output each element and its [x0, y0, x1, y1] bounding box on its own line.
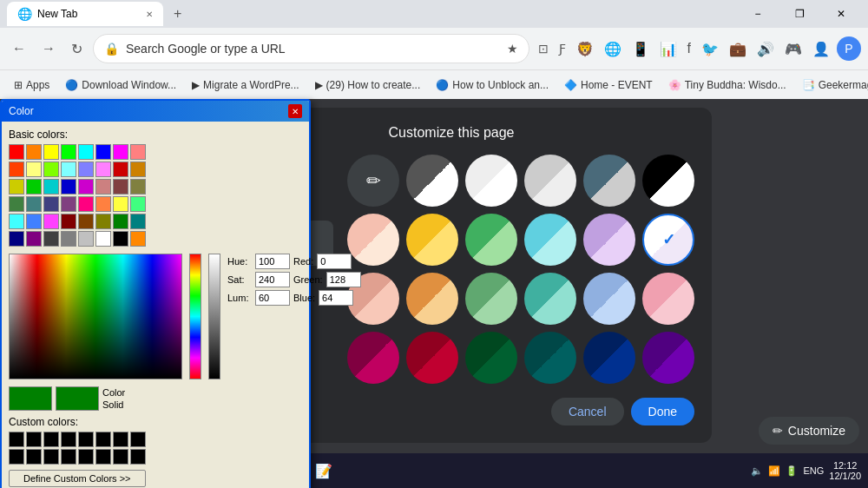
lum-input[interactable]: [255, 290, 290, 306]
color-theme-circle[interactable]: [465, 155, 517, 207]
basic-color-swatch[interactable]: [130, 144, 146, 160]
basic-color-swatch[interactable]: [9, 179, 24, 195]
taskbar-clock[interactable]: 12:12 12/1/20: [829, 460, 861, 481]
basic-color-swatch[interactable]: [43, 196, 59, 212]
define-custom-colors-button[interactable]: Define Custom Colors >>: [9, 470, 146, 487]
back-button[interactable]: ←: [7, 37, 31, 60]
basic-color-swatch[interactable]: [9, 231, 24, 247]
color-theme-circle[interactable]: [465, 214, 517, 266]
color-theme-circle[interactable]: [524, 332, 576, 384]
basic-color-swatch[interactable]: [78, 144, 94, 160]
basic-color-swatch[interactable]: [113, 144, 128, 160]
custom-color-swatch[interactable]: [113, 449, 128, 465]
basic-color-swatch[interactable]: [95, 214, 111, 229]
color-theme-circle[interactable]: [465, 273, 517, 325]
address-bar[interactable]: 🔒 Search Google or type a URL ★: [93, 34, 529, 63]
basic-color-swatch[interactable]: [78, 162, 94, 177]
basic-color-swatch[interactable]: [26, 196, 42, 212]
blue-input[interactable]: [319, 290, 353, 306]
basic-color-swatch[interactable]: [61, 214, 76, 229]
close-button[interactable]: ✕: [821, 0, 861, 28]
color-theme-circle[interactable]: [406, 214, 458, 266]
custom-color-swatch[interactable]: [26, 449, 42, 465]
bookmark-home-event[interactable]: 🔷 Home - EVENT: [557, 76, 660, 94]
basic-color-swatch[interactable]: [78, 214, 94, 229]
basic-color-swatch[interactable]: [43, 144, 59, 160]
basic-color-swatch[interactable]: [61, 162, 76, 177]
profile-avatar[interactable]: P: [837, 36, 861, 61]
basic-color-swatch[interactable]: [113, 196, 128, 212]
icon6[interactable]: 💼: [726, 37, 750, 61]
done-button[interactable]: Done: [631, 398, 694, 425]
bookmark-unblock[interactable]: 🔵 How to Unblock an...: [429, 76, 556, 94]
color-theme-circle[interactable]: [583, 332, 635, 384]
custom-color-swatch[interactable]: [78, 432, 94, 447]
custom-color-swatch[interactable]: [113, 432, 128, 447]
custom-color-swatch[interactable]: [130, 449, 146, 465]
tab-close-icon[interactable]: ✕: [146, 10, 153, 19]
basic-color-swatch[interactable]: [26, 231, 42, 247]
custom-color-swatch[interactable]: [43, 449, 59, 465]
red-input[interactable]: [317, 254, 352, 269]
dialog-close-button[interactable]: ✕: [288, 104, 302, 118]
basic-color-swatch[interactable]: [9, 214, 24, 229]
color-theme-circle[interactable]: [524, 273, 576, 325]
custom-color-swatch[interactable]: [95, 449, 111, 465]
icon8[interactable]: 🎮: [781, 37, 806, 61]
custom-color-swatch[interactable]: [78, 449, 94, 465]
basic-color-swatch[interactable]: [26, 144, 42, 160]
icon1[interactable]: 🌐: [601, 37, 625, 61]
icon2[interactable]: 📱: [628, 37, 653, 61]
extensions-button[interactable]: ⊡: [535, 38, 552, 59]
green-input[interactable]: [326, 272, 361, 287]
color-theme-circle[interactable]: [524, 214, 576, 266]
basic-color-swatch[interactable]: [130, 231, 146, 247]
basic-color-swatch[interactable]: [113, 231, 128, 247]
basic-color-swatch[interactable]: [61, 231, 76, 247]
basic-color-swatch[interactable]: [26, 162, 42, 177]
basic-color-swatch[interactable]: [95, 179, 111, 195]
color-theme-circle[interactable]: [583, 273, 635, 325]
bookmark-29[interactable]: ▶ (29) How to create...: [308, 76, 428, 94]
bookmark-apps[interactable]: ⊞ Apps: [7, 76, 56, 94]
basic-color-swatch[interactable]: [43, 162, 59, 177]
basic-color-swatch[interactable]: [61, 179, 76, 195]
basic-color-swatch[interactable]: [9, 162, 24, 177]
basic-color-swatch[interactable]: [130, 196, 146, 212]
forward-button[interactable]: →: [36, 37, 61, 60]
custom-color-swatch[interactable]: [26, 432, 42, 447]
crypto-icon[interactable]: Ƒ: [556, 38, 569, 59]
luminance-bar[interactable]: [208, 254, 220, 379]
bookmark-geekermag[interactable]: 📑 Geekermag: [795, 76, 868, 94]
custom-color-swatch[interactable]: [61, 449, 76, 465]
basic-color-swatch[interactable]: [78, 196, 94, 212]
custom-color-swatch[interactable]: [95, 432, 111, 447]
basic-color-swatch[interactable]: [95, 231, 111, 247]
color-theme-circle[interactable]: [465, 332, 517, 384]
basic-color-swatch[interactable]: [95, 196, 111, 212]
color-theme-circle[interactable]: ✏: [347, 155, 399, 207]
color-theme-circle[interactable]: [583, 155, 635, 207]
icon5[interactable]: 🐦: [698, 37, 722, 61]
icon3[interactable]: 📊: [656, 37, 681, 61]
bookmark-download[interactable]: 🔵 Download Window...: [58, 76, 183, 94]
minimize-button[interactable]: −: [738, 0, 778, 28]
color-theme-circle[interactable]: [642, 332, 694, 384]
cancel-button[interactable]: Cancel: [551, 398, 624, 425]
color-theme-circle[interactable]: [406, 273, 458, 325]
custom-color-swatch[interactable]: [9, 432, 24, 447]
brave-icon[interactable]: 🦁: [573, 37, 597, 61]
basic-color-swatch[interactable]: [78, 179, 94, 195]
basic-color-swatch[interactable]: [26, 179, 42, 195]
basic-color-swatch[interactable]: [130, 214, 146, 229]
basic-color-swatch[interactable]: [95, 162, 111, 177]
basic-color-swatch[interactable]: [61, 144, 76, 160]
maximize-button[interactable]: ❐: [779, 0, 819, 28]
basic-color-swatch[interactable]: [26, 214, 42, 229]
icon9[interactable]: 👤: [809, 37, 833, 61]
customize-button[interactable]: ✏ Customize: [759, 417, 859, 445]
bookmark-migrate[interactable]: ▶ Migrate a WordPre...: [185, 76, 306, 94]
refresh-button[interactable]: ↻: [66, 37, 88, 61]
basic-color-swatch[interactable]: [78, 231, 94, 247]
basic-color-swatch[interactable]: [113, 179, 128, 195]
